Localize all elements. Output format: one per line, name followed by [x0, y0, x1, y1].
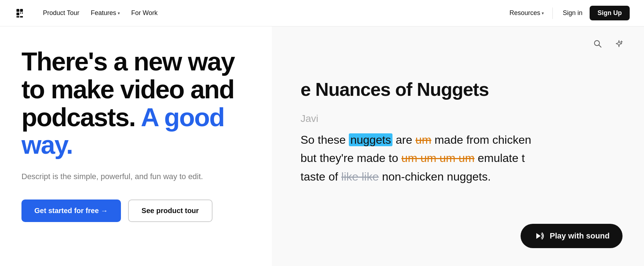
nav-for-work[interactable]: For Work	[127, 6, 162, 20]
hero-left: There's a new wayto make video andpodcas…	[0, 26, 272, 266]
demo-transcript-text: So these nuggets are um made from chicke…	[301, 131, 623, 186]
resources-chevron-icon: ▾	[542, 11, 544, 16]
hero-title-accent: A good way.	[21, 103, 224, 159]
demo-filler-um-multi: um um um um	[401, 152, 474, 164]
nav-right-items: Resources ▾ Sign in Sign Up	[505, 6, 630, 20]
svg-rect-0	[16, 9, 19, 12]
hero-subtitle: Descript is the simple, powerful, and fu…	[21, 171, 229, 182]
svg-marker-9	[536, 233, 541, 239]
search-icon[interactable]	[590, 36, 605, 51]
svg-rect-4	[22, 13, 23, 14]
demo-editor-title: e Nuances of Nuggets	[301, 79, 623, 100]
see-product-tour-button[interactable]: See product tour	[128, 200, 213, 222]
magic-icon[interactable]	[612, 36, 626, 51]
nav-left-items: Product Tour Features ▾ For Work	[39, 6, 162, 20]
demo-footer: Play with sound	[301, 213, 623, 248]
svg-rect-2	[16, 13, 19, 15]
play-button-label: Play with sound	[550, 231, 610, 241]
svg-rect-3	[20, 13, 21, 14]
navbar: Product Tour Features ▾ For Work Resourc…	[0, 0, 644, 26]
demo-filler-um1: um	[415, 133, 431, 146]
demo-speaker-label: Javi	[301, 113, 623, 124]
play-with-sound-button[interactable]: Play with sound	[521, 224, 623, 248]
demo-strikethrough-like: like like	[341, 170, 379, 183]
hero-buttons: Get started for free → See product tour	[21, 200, 250, 222]
hero-right-demo: e Nuances of Nuggets Javi So these nugge…	[272, 26, 644, 266]
svg-rect-1	[20, 9, 23, 12]
demo-text-are: are	[392, 133, 415, 146]
logo[interactable]	[14, 7, 27, 20]
demo-nuggets-highlight: nuggets	[349, 133, 392, 146]
nav-resources[interactable]: Resources ▾	[505, 6, 548, 20]
demo-text-end: non-chicken nuggets.	[379, 170, 491, 183]
svg-line-8	[599, 45, 601, 47]
svg-rect-5	[16, 16, 19, 18]
demo-top-icons	[590, 36, 626, 51]
hero-title: There's a new wayto make video andpodcas…	[21, 48, 250, 159]
get-started-button[interactable]: Get started for free →	[21, 200, 121, 222]
features-chevron-icon: ▾	[118, 11, 120, 16]
main-content: There's a new wayto make video andpodcas…	[0, 26, 644, 266]
svg-rect-6	[20, 16, 23, 18]
nav-product-tour[interactable]: Product Tour	[39, 6, 84, 20]
signup-button[interactable]: Sign Up	[590, 6, 630, 20]
nav-divider	[552, 8, 553, 19]
sound-icon	[533, 230, 545, 242]
signin-button[interactable]: Sign in	[557, 6, 588, 20]
demo-editor-content: e Nuances of Nuggets Javi So these nugge…	[301, 44, 623, 213]
demo-text-before-nuggets: So these	[301, 133, 349, 146]
nav-features[interactable]: Features ▾	[87, 6, 124, 20]
